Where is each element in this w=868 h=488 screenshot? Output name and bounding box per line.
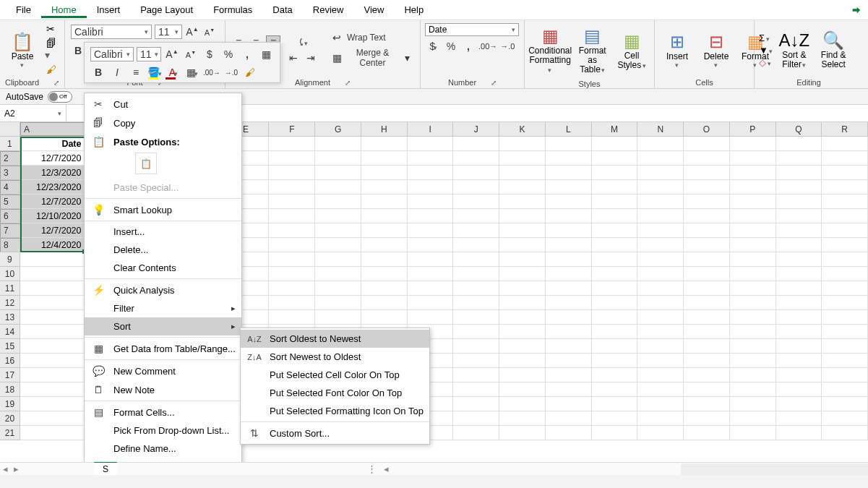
cell[interactable] <box>637 151 684 166</box>
cell[interactable] <box>408 238 454 252</box>
cell[interactable] <box>637 180 684 194</box>
cell[interactable] <box>269 180 315 194</box>
cell[interactable] <box>408 166 454 180</box>
cell[interactable] <box>315 281 361 296</box>
cell[interactable] <box>637 238 684 252</box>
cell[interactable] <box>730 281 776 296</box>
cell[interactable] <box>592 296 638 310</box>
row-header[interactable]: 5 <box>0 194 20 209</box>
ctx-smart-lookup[interactable]: 💡Smart Lookup <box>85 200 241 219</box>
sheet-tab[interactable]: S <box>94 462 117 476</box>
row-header[interactable]: 4 <box>0 180 20 194</box>
cell[interactable] <box>776 137 822 151</box>
cell[interactable] <box>637 339 684 354</box>
cell[interactable] <box>453 281 499 296</box>
cell[interactable] <box>546 382 592 397</box>
cut-icon[interactable]: ✂ <box>46 23 60 35</box>
cell[interactable] <box>730 426 776 440</box>
ctx-get-data-table[interactable]: ▦Get Data from Table/Range... <box>85 339 241 358</box>
cell[interactable] <box>361 252 408 267</box>
cell[interactable] <box>315 238 361 252</box>
row-header[interactable]: 11 <box>0 281 20 296</box>
cell[interactable] <box>592 223 638 238</box>
alignment-launcher-icon[interactable]: ⤢ <box>345 79 351 87</box>
cell[interactable] <box>269 209 315 223</box>
cell[interactable] <box>546 209 592 223</box>
cell[interactable] <box>269 238 315 252</box>
decrease-indent-icon[interactable]: ⇤ <box>286 52 301 64</box>
cell[interactable] <box>20 368 85 382</box>
row-header[interactable]: 17 <box>0 368 20 382</box>
cell[interactable] <box>637 368 684 382</box>
cell[interactable] <box>592 354 638 368</box>
menu-insert[interactable]: Insert <box>87 1 131 18</box>
cell[interactable] <box>453 339 499 354</box>
share-icon[interactable] <box>841 2 862 18</box>
mini-accounting-icon[interactable]: $ <box>202 48 218 60</box>
row-header[interactable]: 13 <box>0 310 20 325</box>
conditional-formatting-button[interactable]: ▦ ConditionalFormatting ▾ <box>529 23 571 78</box>
cell[interactable] <box>453 310 499 325</box>
row-header[interactable]: 18 <box>0 382 20 397</box>
cell[interactable] <box>592 238 638 252</box>
cell[interactable] <box>730 368 776 382</box>
row-header[interactable]: 1 <box>0 137 20 151</box>
cell[interactable] <box>453 426 499 440</box>
horizontal-scrollbar[interactable] <box>681 463 868 475</box>
cell[interactable] <box>592 137 638 151</box>
column-header[interactable]: O <box>684 122 730 136</box>
ctx-delete[interactable]: Delete... <box>85 241 241 259</box>
clear-icon[interactable]: ◇ ▾ <box>759 57 771 68</box>
cell[interactable] <box>822 310 868 325</box>
cell[interactable] <box>499 137 546 151</box>
cell[interactable] <box>269 310 315 325</box>
cell[interactable] <box>499 368 546 382</box>
menu-view[interactable]: View <box>353 1 394 18</box>
sort-filter-button[interactable]: A↓Z Sort &Filter ▾ <box>775 23 812 77</box>
cell[interactable] <box>453 180 499 194</box>
cell[interactable] <box>684 426 730 440</box>
number-launcher-icon[interactable]: ⤢ <box>491 79 497 87</box>
cell[interactable] <box>684 194 730 209</box>
mini-bold-button[interactable]: B <box>90 67 106 78</box>
cell[interactable] <box>776 310 822 325</box>
cell[interactable] <box>776 180 822 194</box>
cell[interactable] <box>592 426 638 440</box>
column-header[interactable]: Q <box>776 122 822 136</box>
cell[interactable] <box>408 252 454 267</box>
cell[interactable] <box>592 325 638 339</box>
cell[interactable] <box>269 151 315 166</box>
cell[interactable] <box>546 368 592 382</box>
cell[interactable] <box>453 151 499 166</box>
cell[interactable] <box>730 137 776 151</box>
cell[interactable] <box>546 426 592 440</box>
cell[interactable] <box>730 325 776 339</box>
merge-center-button[interactable]: ▦ Merge & Center ▾ <box>328 46 416 69</box>
menu-page-layout[interactable]: Page Layout <box>130 1 203 18</box>
cell[interactable] <box>822 339 868 354</box>
cell[interactable] <box>637 411 684 426</box>
cell[interactable] <box>684 310 730 325</box>
mini-align-icon[interactable]: ≡ <box>128 67 144 78</box>
cell[interactable] <box>546 325 592 339</box>
copy-icon[interactable]: 🗐 ▾ <box>46 38 60 61</box>
cell[interactable] <box>592 180 638 194</box>
cell[interactable] <box>592 151 638 166</box>
cell[interactable] <box>20 310 85 325</box>
cell[interactable] <box>684 382 730 397</box>
cell[interactable] <box>20 267 85 281</box>
cell[interactable] <box>546 354 592 368</box>
cell[interactable] <box>730 397 776 411</box>
cell[interactable] <box>730 238 776 252</box>
cell[interactable] <box>453 137 499 151</box>
sort-cell-color-top[interactable]: Put Selected Cell Color On Top <box>241 366 429 384</box>
autosum-icon[interactable]: Σ ▾ <box>759 33 770 43</box>
cell[interactable] <box>499 223 546 238</box>
cell[interactable] <box>637 137 684 151</box>
cell[interactable] <box>684 252 730 267</box>
cell[interactable] <box>776 166 822 180</box>
column-header[interactable]: G <box>315 122 361 136</box>
font-size-select[interactable]: 11▾ <box>155 25 182 39</box>
cell[interactable] <box>453 411 499 426</box>
cell[interactable] <box>822 426 868 440</box>
